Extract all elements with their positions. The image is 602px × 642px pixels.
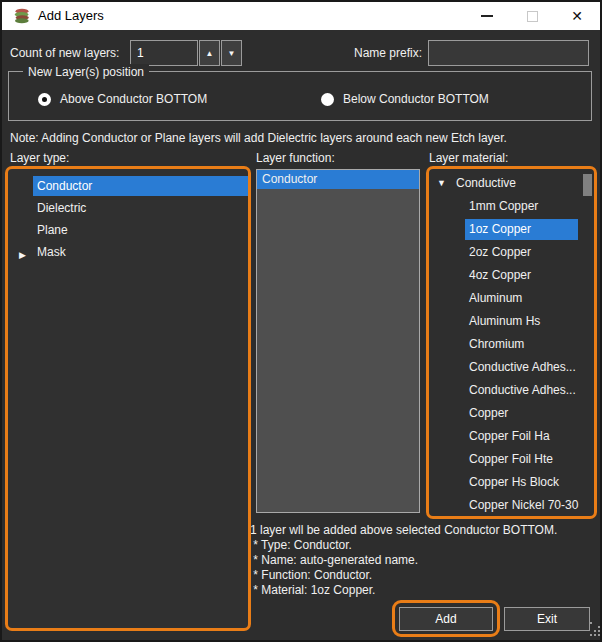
layer-function-list: Conductor [256,169,420,513]
material-item[interactable]: Chromium [429,334,594,355]
minimize-button[interactable] [470,2,504,30]
item-label: 4oz Copper [469,265,531,286]
material-item[interactable]: Copper Hs Block [429,472,594,493]
titlebar: Add Layers ✕ [2,2,600,30]
layer-function-item-conductor[interactable]: Conductor [257,170,419,189]
spin-up-button[interactable]: ▲ [199,40,220,66]
count-input[interactable] [130,40,198,66]
layer-type-item-conductor[interactable]: Conductor [8,176,248,196]
item-label: Copper Foil Ha [469,426,550,447]
item-label: Copper Hs Block [469,472,559,493]
summary-line: * Type: Conductor. [250,538,352,552]
summary-block: 1 layer wll be added above selected Cond… [250,523,557,598]
layer-type-list: Conductor Dielectric Plane ▶ Mask [8,169,248,628]
layer-material-tree: ▼ Conductive 1mm Copper 1oz Copper 2oz C… [429,169,594,516]
item-label: Conductive [456,173,516,194]
summary-line: 1 layer wll be added above selected Cond… [250,523,557,537]
item-label: Conductive Adhes... [469,357,576,378]
count-spinbox: ▲ ▼ [130,40,242,66]
item-label: 1mm Copper [469,196,538,217]
material-item[interactable]: 1mm Copper [429,196,594,217]
spin-up-icon: ▲ [206,49,214,58]
item-label: 1oz Copper [469,219,531,240]
exit-button-label: Exit [537,612,557,626]
material-item[interactable]: Conductive Adhes... [429,380,594,401]
layer-function-label: Layer function: [256,150,335,166]
radio-above-conductor-bottom[interactable]: Above Conductor BOTTOM [38,91,207,107]
material-item[interactable]: Aluminum [429,288,594,309]
maximize-button [515,2,549,30]
add-button[interactable]: Add [399,607,493,631]
material-item[interactable]: Copper Foil Ha [429,426,594,447]
spin-down-icon: ▼ [228,49,236,58]
spin-down-button[interactable]: ▼ [221,40,242,66]
close-icon: ✕ [571,9,583,23]
material-item-selected[interactable]: 1oz Copper [429,219,594,240]
material-item[interactable]: Aluminum Hs [429,311,594,332]
material-item[interactable]: Copper [429,403,594,424]
item-label: Plane [37,220,68,240]
note-text: Note: Adding Conductor or Plane layers w… [10,130,507,146]
item-label: Conductor [257,170,419,189]
radio-unselected-icon [321,93,334,106]
exit-button[interactable]: Exit [504,607,590,631]
item-label: Copper Foil Hte [469,449,553,470]
count-of-new-layers-label: Count of new layers: [10,45,119,61]
summary-line: * Function: Conductor. [250,568,372,582]
item-label: Dielectric [37,198,86,218]
name-prefix-label: Name prefix: [330,45,422,61]
radio-label: Below Conductor BOTTOM [343,92,489,106]
layer-type-item-mask[interactable]: ▶ Mask [8,242,248,262]
maximize-icon [527,11,538,22]
add-layers-dialog: Add Layers ✕ Count of new layers: ▲ ▼ Na… [0,0,602,642]
expand-arrow-icon[interactable]: ▶ [19,245,26,265]
scrollbar-thumb[interactable] [583,174,592,196]
add-button-label: Add [435,612,456,626]
collapse-arrow-icon[interactable]: ▼ [437,173,446,194]
minimize-icon [481,15,493,17]
radio-selected-icon [38,93,51,106]
radio-below-conductor-bottom[interactable]: Below Conductor BOTTOM [321,91,489,107]
layer-material-label: Layer material: [429,150,508,166]
material-item[interactable]: Conductive Adhes... [429,357,594,378]
layer-type-item-plane[interactable]: Plane [8,220,248,240]
item-label: 2oz Copper [469,242,531,263]
material-item[interactable]: 4oz Copper [429,265,594,286]
item-label: Conductor [37,176,92,196]
item-label: Aluminum [469,288,522,309]
group-title: New Layer(s) position [23,64,149,80]
item-label: Copper [469,403,508,424]
item-label: Mask [37,242,66,262]
item-label: Copper Nickel 70-30 [469,495,578,516]
material-item[interactable]: Copper Nickel 70-30 [429,495,594,516]
layers-stack-icon [13,7,31,25]
close-button[interactable]: ✕ [560,2,594,30]
radio-label: Above Conductor BOTTOM [60,92,207,106]
material-group-conductive[interactable]: ▼ Conductive [429,173,594,194]
summary-line: * Name: auto-generated name. [250,553,418,567]
item-label: Aluminum Hs [469,311,540,332]
item-label: Conductive Adhes... [469,380,576,401]
resize-grip[interactable] [590,622,592,624]
layer-type-label: Layer type: [10,150,69,166]
window-title: Add Layers [38,2,104,30]
summary-line: * Material: 1oz Copper. [250,583,375,597]
new-layers-position-group: New Layer(s) position Above Conductor BO… [8,71,592,121]
item-label: Chromium [469,334,524,355]
material-item[interactable]: 2oz Copper [429,242,594,263]
name-prefix-input[interactable] [428,40,589,66]
layer-type-item-dielectric[interactable]: Dielectric [8,198,248,218]
material-item[interactable]: Copper Foil Hte [429,449,594,470]
